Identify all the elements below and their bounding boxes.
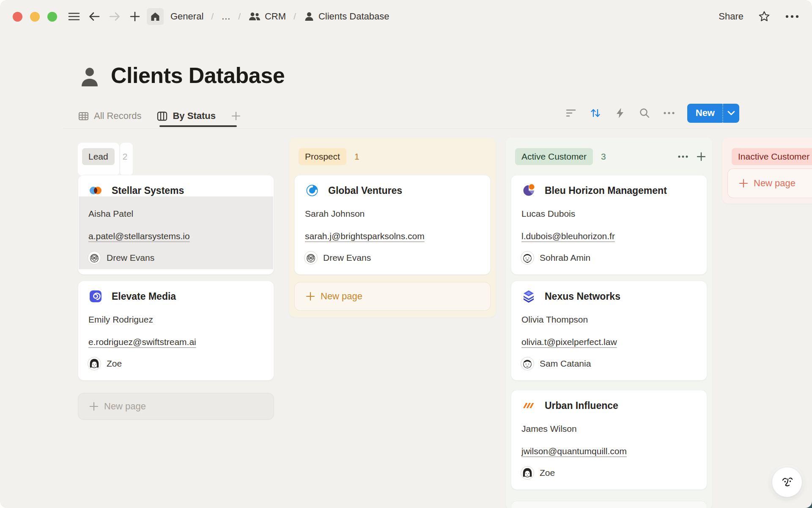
card-owner: Sam Catania [521, 357, 591, 370]
card-owner: Zoe [521, 466, 555, 480]
owner-name: Zoe [107, 359, 122, 369]
tab-all-records[interactable]: All Records [78, 110, 141, 122]
breadcrumb-collapsed[interactable]: … [219, 9, 233, 24]
card-title: Global Ventures [328, 185, 402, 196]
card-contact-name: Olivia Thompson [521, 315, 588, 325]
breadcrumb-crm[interactable]: CRM [246, 9, 288, 24]
new-record-dropdown[interactable] [722, 104, 739, 123]
column-header-active-customer[interactable]: Active Customer 3 [515, 148, 706, 165]
card-email-link[interactable]: olivia.t@pixelperfect.law [521, 337, 617, 347]
people-icon [248, 11, 261, 22]
minimize-window-button[interactable] [30, 12, 40, 22]
column-add-card-icon[interactable] [696, 152, 706, 162]
card-email-link[interactable]: l.dubois@bleuhorizon.fr [521, 231, 615, 241]
new-page-button-inactive[interactable]: New page [727, 168, 812, 198]
board-column-inactive-customer: Inactive Customer New page [722, 138, 812, 204]
forward-button[interactable] [106, 8, 123, 25]
card-owner: Drew Evans [304, 251, 371, 265]
window-controls [13, 12, 57, 22]
sort-icon[interactable] [589, 107, 602, 119]
column-header-prospect[interactable]: Prospect 1 [299, 148, 490, 165]
chevron-down-icon [727, 110, 735, 116]
column-more-options-icon[interactable] [678, 155, 689, 158]
breadcrumb-separator: / [211, 11, 214, 22]
tab-by-status[interactable]: By Status [156, 110, 215, 122]
page-icon-person[interactable] [80, 66, 100, 88]
arrow-left-icon [88, 11, 101, 22]
plus-icon [89, 402, 99, 411]
back-button[interactable] [86, 8, 103, 25]
filter-icon[interactable] [565, 107, 577, 119]
new-page-button-lead[interactable]: New page [78, 393, 274, 420]
card-global-ventures[interactable]: Global Ventures Sarah Johnson sarah.j@br… [294, 175, 491, 275]
board-view-icon [156, 110, 168, 122]
page-title: Clients Database [111, 63, 285, 88]
board-column-active-customer: Active Customer 3 Bleu Horizon Managemen… [506, 138, 712, 508]
board-column-prospect: Prospect 1 Global Ventures Sarah Johnson… [289, 138, 496, 318]
plus-icon [129, 11, 140, 22]
owner-name: Zoe [540, 468, 555, 478]
card-title: Elevate Media [112, 291, 176, 302]
company-logo-global-ventures [305, 183, 319, 198]
card-email-link[interactable]: jwilson@quantumquill.com [521, 446, 627, 456]
plus-icon [306, 292, 315, 301]
more-options-icon[interactable] [785, 14, 799, 19]
card-owner: Sohrab Amin [521, 251, 590, 265]
status-tag-inactive-customer: Inactive Customer [732, 148, 812, 165]
avatar-zoe [521, 466, 534, 480]
new-page-button-active[interactable]: New page [511, 501, 707, 508]
card-nexus-networks[interactable]: Nexus Networks Olivia Thompson olivia.t@… [511, 281, 707, 381]
new-tab-button[interactable] [126, 8, 143, 25]
avatar-drew-evans [88, 251, 101, 265]
share-button[interactable]: Share [719, 11, 743, 22]
add-view-button[interactable] [231, 111, 241, 121]
card-contact-name: Aisha Patel [88, 209, 133, 219]
window-titlebar: General / … / CRM / Clients Database Sha… [0, 0, 812, 33]
favorite-star-icon[interactable] [758, 10, 771, 23]
view-options-icon[interactable] [663, 107, 675, 119]
search-icon[interactable] [638, 107, 651, 119]
table-view-icon [78, 110, 89, 122]
sidebar-toggle-button[interactable] [66, 8, 82, 25]
ai-face-icon [777, 472, 797, 492]
new-page-button-prospect[interactable]: New page [294, 282, 491, 311]
status-tag-lead: Lead [82, 148, 115, 165]
card-owner: Drew Evans [88, 251, 154, 265]
card-title: Nexus Networks [545, 291, 620, 302]
plus-icon [231, 111, 241, 121]
card-email-link[interactable]: sarah.j@brightsparksolns.com [305, 231, 425, 241]
column-header-lead[interactable]: Lead 2 [82, 148, 273, 165]
card-title: Stellar Systems [112, 185, 184, 196]
plus-icon [739, 179, 748, 188]
board-column-lead: Lead 2 Stellar Systems Aisha Patel a.pat… [73, 138, 279, 425]
card-contact-name: James Wilson [521, 424, 577, 434]
company-logo-urban-influence [521, 398, 536, 413]
zoom-window-button[interactable] [47, 12, 57, 22]
app-window: General / … / CRM / Clients Database Sha… [0, 0, 812, 508]
close-window-button[interactable] [13, 12, 22, 22]
card-contact-name: Lucas Dubois [521, 209, 575, 219]
card-email-link[interactable]: e.rodriguez@swiftstream.ai [88, 337, 196, 347]
card-email-link[interactable]: a.patel@stellarsystems.io [88, 231, 190, 241]
breadcrumb-separator: / [294, 11, 296, 22]
owner-name: Drew Evans [107, 253, 154, 263]
home-button[interactable] [147, 8, 164, 25]
status-tag-active-customer: Active Customer [515, 148, 593, 165]
card-contact-name: Emily Rodriguez [88, 315, 153, 325]
avatar-drew-evans [304, 251, 318, 265]
card-bleu-horizon-management[interactable]: Bleu Horizon Management Lucas Dubois l.d… [511, 175, 707, 275]
new-record-button[interactable]: New [687, 104, 739, 123]
arrow-right-icon [108, 11, 121, 22]
avatar-sohrab-amin [521, 251, 534, 265]
card-elevate-media[interactable]: Elevate Media Emily Rodriguez e.rodrigue… [78, 281, 274, 381]
card-title: Urban Influence [545, 400, 618, 411]
column-header-inactive-customer[interactable]: Inactive Customer [732, 148, 812, 165]
company-logo-nexus-networks [521, 289, 536, 304]
card-urban-influence[interactable]: Urban Influence James Wilson jwilson@qua… [511, 390, 707, 490]
home-icon [150, 11, 161, 22]
breadcrumb-general[interactable]: General [168, 9, 206, 24]
breadcrumb-clients-database[interactable]: Clients Database [301, 9, 392, 24]
automations-lightning-icon[interactable] [614, 107, 626, 119]
notion-ai-face-button[interactable] [772, 467, 802, 497]
card-stellar-systems[interactable]: Stellar Systems Aisha Patel a.patel@stel… [78, 175, 274, 275]
